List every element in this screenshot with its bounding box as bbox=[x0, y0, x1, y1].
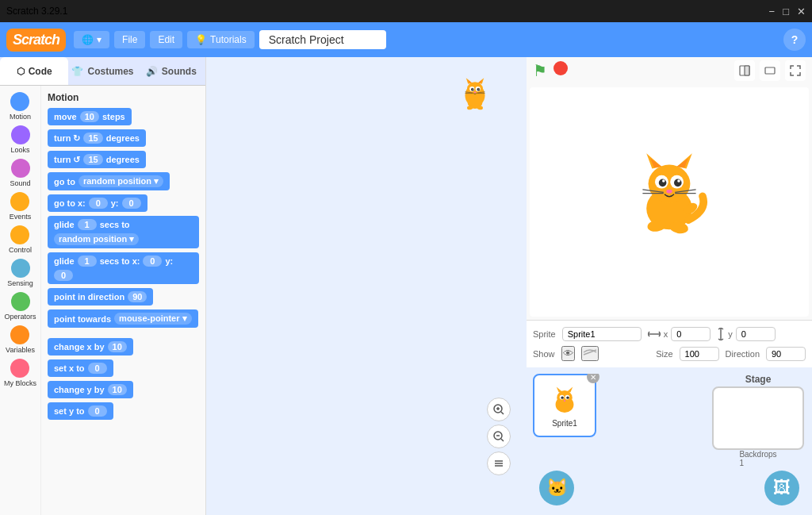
svg-rect-32 bbox=[765, 67, 775, 74]
sounds-icon: 🔊 bbox=[146, 66, 158, 77]
zoom-reset-icon bbox=[493, 458, 504, 469]
project-name-input[interactable] bbox=[259, 30, 386, 49]
zoom-out-button[interactable] bbox=[487, 425, 511, 448]
help-button[interactable]: ? bbox=[783, 29, 806, 51]
tutorials-button[interactable]: 💡 Tutorials bbox=[187, 31, 255, 48]
green-flag-button[interactable]: ⚑ bbox=[533, 61, 547, 80]
category-sensing[interactable]: Sensing bbox=[7, 259, 33, 287]
tab-costumes[interactable]: 👕 Costumes bbox=[68, 57, 136, 85]
window-controls: − □ ✕ bbox=[769, 6, 806, 17]
backdrops-label: Backdrops 1 bbox=[739, 450, 776, 467]
stop-button[interactable] bbox=[553, 61, 568, 75]
file-button[interactable]: File bbox=[114, 31, 145, 48]
block-point-towards[interactable]: point towards mouse-pointer ▾ bbox=[48, 309, 198, 328]
edit-button[interactable]: Edit bbox=[150, 31, 182, 48]
svg-rect-31 bbox=[745, 66, 749, 75]
blocks-area: MotionLooksSoundEventsControlSensingOper… bbox=[0, 86, 205, 515]
category-operators[interactable]: Operators bbox=[4, 292, 36, 321]
stage-thumbnail: Stage Backdrops 1 bbox=[710, 374, 806, 467]
zoom-in-button[interactable] bbox=[487, 398, 511, 421]
block-turn-cw[interactable]: turn ↻ 15 degrees bbox=[48, 129, 146, 147]
block-point-direction[interactable]: point in direction 90 bbox=[48, 288, 153, 306]
sprites-panel: ✕ Sprite1 bbox=[527, 367, 812, 515]
direction-input[interactable] bbox=[766, 347, 806, 361]
backdrop-add-icon: 🖼 bbox=[773, 478, 791, 498]
sprite-label: Sprite bbox=[533, 329, 556, 339]
stage-area bbox=[530, 87, 809, 317]
delete-sprite-button[interactable]: ✕ bbox=[587, 374, 599, 383]
category-sound[interactable]: Sound bbox=[10, 159, 30, 187]
block-change-y[interactable]: change y by 10 bbox=[48, 381, 133, 398]
svg-marker-59 bbox=[566, 386, 573, 392]
minimize-button[interactable]: − bbox=[769, 6, 776, 17]
add-sprite-button[interactable]: 🐱 bbox=[539, 471, 574, 505]
code-area[interactable] bbox=[206, 57, 527, 515]
svg-point-64 bbox=[564, 400, 565, 402]
size-input[interactable] bbox=[680, 347, 719, 361]
category-control[interactable]: Control bbox=[9, 225, 32, 254]
tab-sounds[interactable]: 🔊 Sounds bbox=[137, 57, 205, 85]
sprite-info: Sprite x y bbox=[527, 320, 812, 367]
maximize-button[interactable]: □ bbox=[783, 6, 789, 17]
svg-marker-58 bbox=[557, 386, 563, 392]
show-eye-open-button[interactable]: 👁 bbox=[561, 346, 575, 361]
code-area-sprite bbox=[455, 73, 503, 121]
svg-point-12 bbox=[474, 91, 477, 93]
bulb-icon: 💡 bbox=[195, 34, 207, 45]
sprite-action-buttons: 🐱 🖼 bbox=[533, 467, 806, 509]
scratch-logo: Scratch bbox=[6, 29, 66, 52]
category-variables[interactable]: Variables bbox=[6, 325, 35, 354]
block-set-y[interactable]: set y to 0 bbox=[48, 402, 113, 420]
fullscreen-icon bbox=[790, 65, 801, 76]
stage-controls: ⚑ bbox=[527, 57, 812, 84]
category-motion[interactable]: Motion bbox=[10, 92, 31, 121]
sprite-card-cat-svg bbox=[545, 384, 584, 416]
block-glide-xy[interactable]: glide 1 secs to x: 0 y: 0 bbox=[48, 252, 199, 284]
add-backdrop-button[interactable]: 🖼 bbox=[764, 471, 799, 505]
zoom-reset-button[interactable] bbox=[487, 452, 511, 475]
zoom-controls bbox=[487, 398, 511, 475]
title-bar: Scratch 3.29.1 − □ ✕ bbox=[0, 0, 812, 22]
block-change-x[interactable]: change x by 10 bbox=[48, 338, 133, 356]
stage-box[interactable] bbox=[712, 386, 804, 450]
right-panel: ⚑ bbox=[527, 57, 812, 515]
block-turn-ccw[interactable]: turn ↺ 15 degrees bbox=[48, 151, 146, 168]
globe-button[interactable]: 🌐 ▾ bbox=[74, 31, 109, 48]
sprite-name-row: Sprite x y bbox=[533, 327, 806, 341]
categories-panel: MotionLooksSoundEventsControlSensingOper… bbox=[0, 86, 41, 515]
block-move[interactable]: move 10 steps bbox=[48, 108, 132, 125]
close-button[interactable]: ✕ bbox=[797, 6, 806, 17]
svg-point-1 bbox=[467, 82, 483, 96]
show-label: Show bbox=[533, 349, 555, 359]
stage-cat-svg bbox=[622, 144, 717, 239]
block-goto[interactable]: go to random position ▾ bbox=[48, 172, 170, 190]
code-icon: ⬡ bbox=[17, 66, 25, 77]
svg-point-43 bbox=[662, 179, 665, 183]
undock-button[interactable] bbox=[734, 60, 755, 81]
tab-code[interactable]: ⬡ Code bbox=[0, 57, 68, 85]
globe-icon: 🌐 bbox=[82, 34, 94, 45]
globe-arrow: ▾ bbox=[97, 34, 102, 45]
y-input[interactable] bbox=[736, 327, 776, 341]
show-eye-closed-button[interactable] bbox=[581, 346, 599, 361]
category-my blocks[interactable]: My Blocks bbox=[4, 359, 36, 387]
show-row: Show 👁 Size Direction bbox=[533, 346, 806, 361]
y-arrows-icon bbox=[717, 328, 725, 340]
x-coord-group: x bbox=[648, 327, 711, 341]
block-glide-to[interactable]: glide 1 secs to random position ▾ bbox=[48, 216, 199, 248]
svg-point-45 bbox=[666, 189, 672, 193]
block-set-x[interactable]: set x to 0 bbox=[48, 359, 113, 377]
svg-point-11 bbox=[478, 88, 479, 89]
category-events[interactable]: Events bbox=[10, 192, 32, 221]
embed-button[interactable] bbox=[760, 60, 780, 81]
embed-icon bbox=[764, 65, 776, 76]
sprite-card[interactable]: ✕ Sprite1 bbox=[533, 374, 596, 437]
block-goto-xy[interactable]: go to x: 0 y: 0 bbox=[48, 194, 147, 212]
cat-add-icon: 🐱 bbox=[546, 478, 568, 498]
x-input[interactable] bbox=[671, 327, 710, 341]
fullscreen-button[interactable] bbox=[785, 60, 806, 81]
stage-buttons: ⚑ bbox=[533, 61, 568, 80]
category-looks[interactable]: Looks bbox=[10, 125, 29, 154]
sprite-name-input[interactable] bbox=[562, 327, 642, 341]
svg-point-9 bbox=[477, 88, 481, 91]
